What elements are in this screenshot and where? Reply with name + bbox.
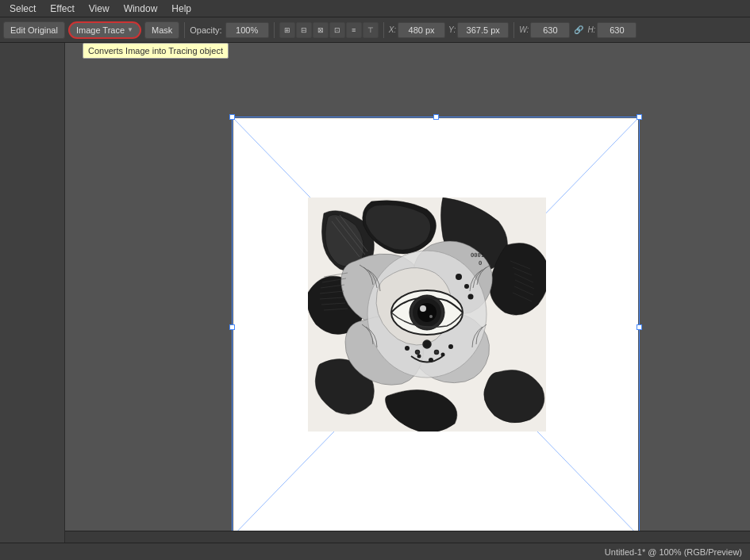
edit-original-label: Edit Original [10, 25, 58, 35]
h-input[interactable] [597, 22, 637, 38]
w-input[interactable] [530, 22, 570, 38]
align-icon-2[interactable]: ⊡ [329, 22, 345, 38]
h-label: H: [587, 25, 595, 34]
svg-point-12 [429, 315, 433, 318]
statusbar: Untitled-1* @ 100% (RGB/Preview) [0, 543, 750, 560]
opacity-input[interactable] [225, 22, 269, 38]
svg-point-15 [468, 294, 474, 300]
center-eye [391, 290, 463, 335]
x-input[interactable] [398, 22, 445, 38]
svg-point-11 [420, 305, 426, 312]
image-trace-button[interactable]: Image Trace ▼ [68, 21, 141, 39]
image-trace-dropdown-arrow: ▼ [127, 26, 133, 33]
mask-button[interactable]: Mask [144, 21, 179, 39]
x-coord-field: X: [389, 22, 445, 38]
svg-point-14 [464, 284, 469, 289]
y-coord-field: Y: [448, 22, 509, 38]
w-label: W: [519, 25, 529, 34]
svg-point-38 [435, 351, 439, 355]
svg-point-10 [417, 303, 437, 322]
svg-point-20 [448, 344, 453, 349]
image-trace-label: Image Trace [76, 25, 125, 35]
y-label: Y: [448, 25, 456, 34]
transform-icon-1[interactable]: ⊞ [279, 22, 295, 38]
separator-1 [184, 22, 185, 38]
align-icon-4[interactable]: ⊤ [363, 22, 379, 38]
svg-point-13 [456, 274, 462, 280]
svg-point-37 [416, 351, 420, 355]
menu-select[interactable]: Select [3, 2, 42, 16]
svg-point-17 [417, 355, 421, 359]
w-field: W: [519, 22, 570, 38]
menu-view[interactable]: View [83, 2, 116, 16]
flower-eye-svg: 0001 0 [308, 198, 546, 432]
align-icon-3[interactable]: ≡ [346, 22, 362, 38]
svg-point-19 [441, 353, 445, 357]
opacity-label: Opacity: [190, 25, 221, 35]
canvas-area[interactable]: 0001 0 [65, 43, 750, 543]
edit-original-button[interactable]: Edit Original [3, 21, 65, 39]
chain-link-icon[interactable]: 🔗 [573, 25, 584, 36]
separator-3 [383, 22, 384, 38]
transform-icons: ⊞ ⊟ ⊠ ⊡ ≡ ⊤ [279, 22, 379, 38]
svg-point-36 [423, 340, 431, 348]
svg-point-16 [405, 346, 410, 351]
status-text: Untitled-1* @ 100% (RGB/Preview) [605, 547, 742, 557]
separator-4 [513, 22, 514, 38]
transform-icon-2[interactable]: ⊟ [296, 22, 312, 38]
menu-window[interactable]: Window [117, 2, 164, 16]
toolbar: Edit Original Image Trace ▼ Mask Opacity… [0, 17, 750, 43]
mask-label: Mask [152, 25, 172, 35]
left-tool-panel [0, 43, 65, 560]
separator-2 [274, 22, 275, 38]
y-input[interactable] [457, 22, 509, 38]
x-label: X: [389, 25, 396, 34]
menu-help[interactable]: Help [165, 2, 198, 16]
main-content: 0001 0 [0, 43, 750, 560]
menu-effect[interactable]: Effect [44, 2, 80, 16]
h-field: H: [587, 22, 637, 38]
horizontal-scrollbar[interactable] [65, 531, 750, 543]
svg-text:0: 0 [479, 260, 482, 267]
menubar: Select Effect View Window Help [0, 0, 750, 17]
align-icon-1[interactable]: ⊠ [313, 22, 329, 38]
drawing-image: 0001 0 [308, 198, 546, 432]
svg-text:0001: 0001 [471, 252, 484, 259]
